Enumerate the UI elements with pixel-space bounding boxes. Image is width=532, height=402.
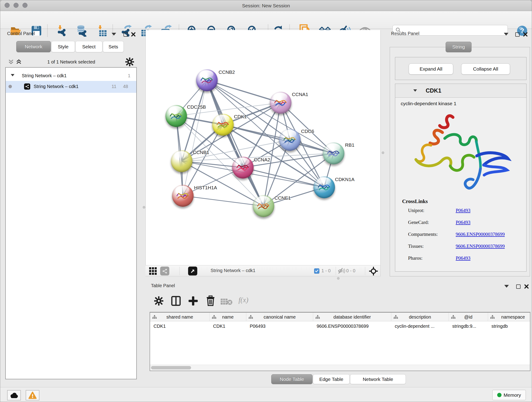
network-row-selected[interactable]: String Network – cdk1 11 48 [6,81,136,93]
column-header-canonical-name[interactable]: canonical name [246,313,313,321]
hidden-items-eye-icon [338,268,345,275]
collapse-all-button[interactable]: Collapse All [461,64,510,75]
cell-description[interactable]: cyclin-dependent ... [391,322,449,331]
control-panel-close-button[interactable] [131,32,136,37]
tab-network-table[interactable]: Network Table [350,374,406,384]
gene-section: CDK1 cyclin-dependent kinase 1 C [395,84,526,272]
cell-database-identifier[interactable]: 9606.ENSP00000378699 [313,322,391,331]
import-network-file-icon[interactable] [56,24,69,37]
node-CCNA2[interactable] [232,157,254,179]
cytoscape-window: Session: New Session [0,0,532,402]
network-collection-row[interactable]: String Network – cdk1 1 [6,70,136,82]
results-tab-string[interactable]: String [446,42,472,52]
tab-style[interactable]: Style [51,41,75,52]
node-HIST1H1A[interactable] [172,185,194,207]
tab-node-table[interactable]: Node Table [271,374,312,384]
table-hscrollbar[interactable] [150,365,530,370]
memory-button[interactable]: Memory [492,390,526,400]
tab-network[interactable]: Network [16,41,51,52]
node-CDC6[interactable] [279,129,301,151]
cell-namespace[interactable]: stringdb [488,322,530,331]
node-RB1[interactable] [323,142,344,164]
node-CDK1[interactable] [212,114,234,136]
hidden-count: 0 - 0 [346,268,355,274]
node-CCNB1[interactable] [171,150,192,172]
tab-edge-table[interactable]: Edge Table [313,374,350,384]
control-panel-float-button[interactable] [123,32,128,37]
column-header-namespace[interactable]: namespace [488,313,530,321]
gene-description: cyclin-dependent kinase 1 [401,101,456,106]
import-table-file-icon[interactable] [96,24,109,37]
table-panel-close-button[interactable] [524,284,529,289]
network-canvas[interactable]: CCNB2CCNA1CDC25BCDK1CDC6RB1CCNB1CCNA2CDK… [146,30,380,265]
table-row[interactable]: CDK1CDK1P064939606.ENSP00000378699cyclin… [150,322,530,331]
crosslink-link[interactable]: 9606.ENSP00000378699 [456,243,505,249]
table-panel-float-button[interactable] [516,284,520,289]
collapse-all-networks-icon[interactable] [7,58,14,65]
node-CDC25B[interactable] [165,105,187,127]
fit-content-crosshair-icon[interactable] [369,267,378,276]
node-label-CCNE1: CCNE1 [274,195,291,201]
column-type-icon [249,315,253,319]
node-label-CDK1: CDK1 [234,114,247,119]
delete-column-trash-icon[interactable] [206,295,215,307]
table-gear-icon[interactable] [154,296,163,306]
results-panel-collapse-button[interactable] [504,33,508,36]
node-CCNE1[interactable] [253,195,274,217]
gene-collapse-icon[interactable] [413,89,417,92]
cell-canonical-name[interactable]: P06493 [246,322,313,331]
grid-view-icon[interactable] [149,267,157,276]
edge-CDK1-RB1[interactable] [223,125,334,153]
cell-name[interactable]: CDK1 [210,322,246,331]
column-header-database-identifier[interactable]: database identifier [313,313,391,321]
tab-sets[interactable]: Sets [103,41,124,52]
column-header-name[interactable]: name [210,313,246,321]
window-title: Session: New Session [0,0,532,11]
edge-HIST1H1A-CCNE1[interactable] [183,196,264,206]
detach-view-icon[interactable] [188,267,197,275]
add-column-icon[interactable] [188,296,198,307]
node-table: shared namenamecanonical namedatabase id… [150,312,530,371]
node-CCNB2[interactable] [196,69,218,91]
status-bar: Memory [0,387,532,402]
expand-all-button[interactable]: Expand All [409,64,453,75]
warnings-button[interactable] [26,390,39,400]
string-network-icon [24,83,30,89]
control-panel-collapse-button[interactable] [112,33,116,36]
results-panel-float-button[interactable] [515,32,520,37]
selected-nodes-checkbox[interactable] [314,268,319,274]
network-view-toolbar: String Network – cdk1 1 - 0 0 - 0 [146,265,380,276]
right-divider-handle[interactable] [382,152,384,154]
crosslink-value: P06493 [456,255,470,261]
crosslink-link[interactable]: P06493 [456,208,470,213]
node-CCNA1[interactable] [270,92,291,114]
cell--id[interactable]: stringdb:9... [449,322,488,331]
crosslink-link[interactable]: P06493 [456,255,470,261]
cloud-button[interactable] [7,390,21,400]
crosslink-value: P06493 [456,220,470,225]
column-header-description[interactable]: description [391,313,449,321]
network-share-view-icon[interactable] [160,267,169,275]
gene-section-header[interactable]: CDK1 [395,84,526,98]
node-label-CDC6: CDC6 [301,128,314,134]
expand-all-networks-icon[interactable] [15,58,22,65]
cell-shared-name[interactable]: CDK1 [150,322,210,331]
network-tree: String Network – cdk1 1 String Network –… [5,67,137,379]
tab-select[interactable]: Select [75,41,102,52]
column-header--id[interactable]: @id [449,313,488,321]
crosslink-link[interactable]: 9606.ENSP00000378699 [456,231,505,237]
node-CDKN1A[interactable] [313,176,335,198]
node-label-RB1: RB1 [345,142,355,148]
table-hscroll-thumb[interactable] [151,366,191,370]
bottom-divider-handle[interactable] [337,277,340,280]
network-options-gear-icon[interactable] [125,57,134,66]
results-panel-close-button[interactable] [523,32,528,37]
table-panel-collapse-button[interactable] [504,285,509,288]
column-header-shared-name[interactable]: shared name [150,313,210,321]
edge-CCNB2-CCNA1[interactable] [207,80,281,103]
show-columns-icon[interactable] [171,296,181,307]
left-divider-handle[interactable] [143,206,145,209]
crosslink-link[interactable]: P06493 [456,220,470,225]
import-network-database-icon[interactable] [75,24,88,37]
edge-CCNB2-HIST1H1A[interactable] [183,80,207,196]
